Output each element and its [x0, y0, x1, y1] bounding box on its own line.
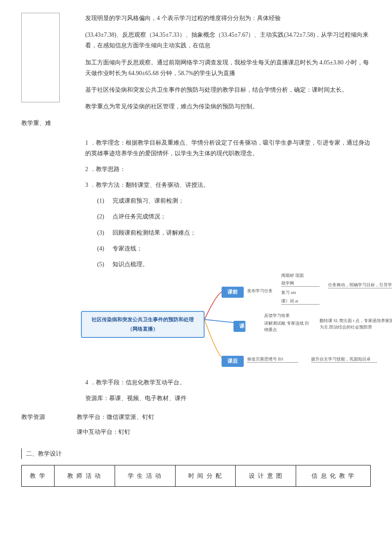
node-post-class: 课后: [222, 356, 244, 367]
teaching-concept-section: 1 ．教学理念：根据教学目标及重难点、学情分析设定了任务驱动，吸引学生参与课堂，…: [85, 137, 371, 404]
item-1-concept: 1 ．教学理念：根据教学目标及重难点、学情分析设定了任务驱动，吸引学生参与课堂，…: [85, 137, 371, 159]
central-line1: 社区传染病和突发公共卫生事件的预防和处理: [86, 315, 199, 325]
substep-4-text: 专家连线；: [112, 245, 142, 252]
resource-platform: 教学平台：微信课堂派、钉钉: [77, 412, 154, 422]
section-2-title: 二、教学设计: [21, 448, 371, 459]
pre-col-a: 阅期材 现面: [281, 272, 304, 279]
resource-interactive: 课中互动平台：钉钉: [77, 427, 154, 437]
item-2-thinking: 2 ．教学思路：: [85, 164, 371, 174]
node-pre-class: 课前: [222, 287, 244, 298]
substep-2-text: 点评任务完成情况；: [112, 213, 166, 220]
design-table: 教 学 教 师 活 动 学 生 活 动 时 间 分 配 设 计 意 图 信 息 …: [21, 465, 371, 487]
th-intent: 设 计 意 图: [236, 465, 296, 487]
post-col: 修改完善思维号 BS: [247, 356, 298, 363]
side-label-key-difficulty: 教学重、难: [21, 118, 371, 128]
mindmap-diagram: 社区传染病和突发公共卫生事件的预防和处理 （网络直播） 课前 课 课后 发布学习…: [81, 275, 371, 373]
sub-steps-list: (1)完成课前预习、课前检测； (2)点评任务完成情况； (3)回顾课前检测结果…: [97, 195, 371, 270]
pre-col-b: 就学网: [281, 280, 320, 287]
substep-3-num: (3): [97, 227, 112, 238]
substep-1-num: (1): [97, 195, 112, 206]
substep-3: (3)回顾课前检测结果，讲解难点；: [97, 227, 371, 238]
substep-2: (2)点评任务完成情况；: [97, 211, 371, 222]
pre-col-d: 课》词 at: [281, 298, 320, 305]
para-3: 加工方面倾向于反思观察。通过前期网络学习调查发现，我校学生每天的直播课总时长为 …: [85, 57, 371, 78]
substep-2-num: (2): [97, 211, 112, 222]
substep-5-text: 知识点梳理。: [112, 261, 148, 267]
th-info-tech: 信 息 化 教 学: [296, 465, 371, 487]
item-3-method: 3 ．教学方法：翻转课堂、任务驱动、讲授法。: [85, 180, 371, 190]
th-teaching: 教 学: [22, 465, 55, 487]
resource-repo: 资源库：慕课、视频、电子教材、课件: [85, 393, 371, 404]
substep-1: (1)完成课前预习、课前检测；: [97, 195, 371, 206]
substep-4: (4)专家连线；: [97, 243, 371, 254]
para-4: 基于社区传染病和突发公共卫生事件的预防与处理的教学目标，结合学情分析，确定：课时…: [85, 84, 371, 95]
substep-4-num: (4): [97, 243, 112, 254]
diagram-central-node: 社区传染病和突发公共卫生事件的预防和处理 （网络直播）: [81, 311, 205, 338]
substep-3-text: 回顾课前检测结果，讲解难点；: [112, 230, 196, 236]
table-header-row: 教 学 教 师 活 动 学 生 活 动 时 间 分 配 设 计 意 图 信 息 …: [22, 465, 371, 487]
th-student-activity: 学 生 活 动: [115, 465, 175, 487]
sidebar-placeholder-box: [21, 13, 60, 102]
substep-5: (5)知识点梳理。: [97, 259, 371, 270]
central-line2: （网络直播）: [86, 325, 199, 334]
item-4-means: 4 ．教学手段：信息化教学互动平台。: [85, 377, 371, 388]
resource-body: 教学平台：微信课堂派、钉钉 课中互动平台：钉钉: [77, 412, 154, 442]
th-time: 时 间 分 配: [175, 465, 236, 487]
para-2: (33.43±7.38)、反思观察（34.35±7.33）、抽象概念（33.45…: [85, 29, 371, 51]
substep-1-text: 完成课前预习、课前检测；: [112, 198, 184, 204]
pre-task-label: 发布学习任务: [247, 288, 277, 294]
para-1: 发现明显的学习风格偏向，4 个表示学习过程的维度得分分别为：具体经验: [85, 13, 371, 23]
node-mid-class: 课: [233, 321, 245, 332]
th-teacher-activity: 教 师 活 动: [54, 465, 115, 487]
resource-row: 教学资源 教学平台：微信课堂派、钉钉 课中互动平台：钉钉: [21, 412, 371, 442]
pre-col-c: 复习 am: [281, 289, 296, 296]
intro-paragraphs: 发现明显的学习风格偏向，4 个表示学习过程的维度得分分别为：具体经验 (33.4…: [85, 13, 371, 112]
para-5: 教学重点为常见传染病的社区管理，难点为传染病的预防与控制。: [85, 101, 371, 112]
resource-label: 教学资源: [21, 412, 77, 442]
pre-right-text: 任务舞动，明确学习目标，引导学生自主学习: [328, 282, 392, 288]
mid-col-a: 反馈学习给果: [264, 312, 290, 319]
post-right-text: 摄升自主学习技能，巩固知识卓: [311, 356, 377, 363]
mid-col-b: 讲解测试敞 专家连线 归纳重点: [264, 320, 311, 333]
substep-5-num: (5): [97, 259, 112, 270]
mid-right-text: 翻转课 SL 突出面 t 点，专家函培养家国瞬怀，的立 预防为主.防治结合的社会…: [320, 317, 392, 330]
